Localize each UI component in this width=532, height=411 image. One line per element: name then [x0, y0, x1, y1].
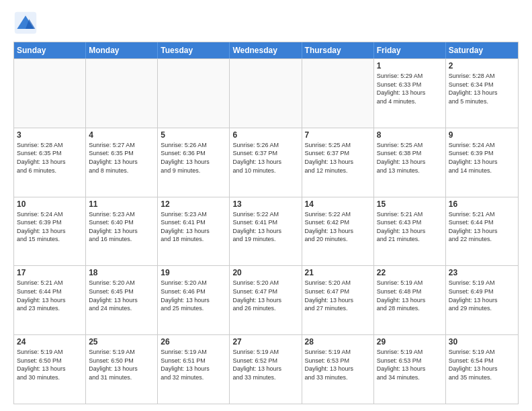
calendar-body: 1Sunrise: 5:29 AM Sunset: 6:33 PM Daylig… — [14, 58, 518, 404]
calendar-cell: 12Sunrise: 5:23 AM Sunset: 6:41 PM Dayli… — [158, 197, 230, 266]
day-info: Sunrise: 5:20 AM Sunset: 6:47 PM Dayligh… — [305, 279, 371, 312]
calendar-header-cell: Tuesday — [158, 42, 230, 58]
calendar-row: 24Sunrise: 5:19 AM Sunset: 6:50 PM Dayli… — [14, 334, 518, 404]
day-number: 5 — [161, 130, 226, 140]
day-info: Sunrise: 5:23 AM Sunset: 6:40 PM Dayligh… — [89, 210, 154, 244]
calendar-cell: 17Sunrise: 5:21 AM Sunset: 6:44 PM Dayli… — [14, 266, 86, 334]
calendar-row: 1Sunrise: 5:29 AM Sunset: 6:33 PM Daylig… — [14, 58, 518, 128]
day-number: 28 — [305, 337, 371, 347]
calendar-cell — [14, 59, 86, 128]
header — [13, 11, 519, 35]
calendar-cell: 6Sunrise: 5:26 AM Sunset: 6:37 PM Daylig… — [230, 128, 302, 197]
day-number: 7 — [305, 130, 371, 140]
calendar-cell: 5Sunrise: 5:26 AM Sunset: 6:36 PM Daylig… — [158, 128, 230, 197]
calendar-cell: 2Sunrise: 5:28 AM Sunset: 6:34 PM Daylig… — [446, 59, 518, 128]
day-number: 19 — [161, 268, 226, 277]
calendar-cell: 23Sunrise: 5:19 AM Sunset: 6:49 PM Dayli… — [446, 266, 518, 334]
day-number: 13 — [232, 199, 298, 209]
day-info: Sunrise: 5:22 AM Sunset: 6:42 PM Dayligh… — [305, 210, 371, 244]
calendar-cell — [230, 59, 302, 128]
day-info: Sunrise: 5:28 AM Sunset: 6:34 PM Dayligh… — [449, 72, 515, 105]
day-info: Sunrise: 5:24 AM Sunset: 6:39 PM Dayligh… — [17, 210, 83, 244]
calendar-cell: 11Sunrise: 5:23 AM Sunset: 6:40 PM Dayli… — [86, 197, 158, 266]
day-number: 15 — [377, 199, 443, 209]
day-info: Sunrise: 5:26 AM Sunset: 6:37 PM Dayligh… — [232, 141, 298, 175]
calendar-cell: 19Sunrise: 5:20 AM Sunset: 6:46 PM Dayli… — [158, 266, 230, 334]
day-number: 25 — [89, 337, 154, 347]
calendar-row: 10Sunrise: 5:24 AM Sunset: 6:39 PM Dayli… — [14, 197, 518, 266]
day-number: 14 — [305, 199, 371, 209]
calendar-cell: 7Sunrise: 5:25 AM Sunset: 6:37 PM Daylig… — [302, 128, 374, 197]
calendar-cell: 8Sunrise: 5:25 AM Sunset: 6:38 PM Daylig… — [374, 128, 446, 197]
day-number: 6 — [232, 130, 298, 140]
calendar-cell — [86, 59, 158, 128]
day-number: 24 — [17, 337, 83, 347]
day-info: Sunrise: 5:20 AM Sunset: 6:46 PM Dayligh… — [161, 279, 226, 312]
calendar-cell: 10Sunrise: 5:24 AM Sunset: 6:39 PM Dayli… — [14, 197, 86, 266]
day-number: 29 — [377, 337, 443, 347]
calendar-cell: 25Sunrise: 5:19 AM Sunset: 6:50 PM Dayli… — [86, 335, 158, 404]
day-number: 2 — [449, 61, 515, 71]
day-info: Sunrise: 5:22 AM Sunset: 6:41 PM Dayligh… — [232, 210, 298, 244]
calendar-cell: 15Sunrise: 5:21 AM Sunset: 6:43 PM Dayli… — [374, 197, 446, 266]
day-info: Sunrise: 5:19 AM Sunset: 6:54 PM Dayligh… — [449, 348, 515, 381]
calendar-cell: 27Sunrise: 5:19 AM Sunset: 6:52 PM Dayli… — [230, 335, 302, 404]
day-number: 4 — [89, 130, 154, 140]
day-number: 1 — [377, 61, 443, 71]
calendar-row: 3Sunrise: 5:28 AM Sunset: 6:35 PM Daylig… — [14, 128, 518, 197]
day-info: Sunrise: 5:19 AM Sunset: 6:50 PM Dayligh… — [17, 348, 83, 381]
day-number: 21 — [305, 268, 371, 277]
calendar-cell: 24Sunrise: 5:19 AM Sunset: 6:50 PM Dayli… — [14, 335, 86, 404]
day-info: Sunrise: 5:29 AM Sunset: 6:33 PM Dayligh… — [377, 72, 443, 105]
day-info: Sunrise: 5:21 AM Sunset: 6:43 PM Dayligh… — [377, 210, 443, 244]
day-info: Sunrise: 5:19 AM Sunset: 6:48 PM Dayligh… — [377, 279, 443, 312]
calendar-header: SundayMondayTuesdayWednesdayThursdayFrid… — [14, 42, 518, 58]
calendar-header-cell: Monday — [86, 42, 158, 58]
day-info: Sunrise: 5:26 AM Sunset: 6:36 PM Dayligh… — [161, 141, 226, 175]
day-number: 23 — [449, 268, 515, 277]
calendar-cell: 13Sunrise: 5:22 AM Sunset: 6:41 PM Dayli… — [230, 197, 302, 266]
day-number: 17 — [17, 268, 83, 277]
calendar-header-cell: Sunday — [14, 42, 86, 58]
calendar-row: 17Sunrise: 5:21 AM Sunset: 6:44 PM Dayli… — [14, 265, 518, 334]
calendar-cell: 1Sunrise: 5:29 AM Sunset: 6:33 PM Daylig… — [374, 59, 446, 128]
day-info: Sunrise: 5:19 AM Sunset: 6:49 PM Dayligh… — [449, 279, 515, 312]
day-number: 3 — [17, 130, 83, 140]
calendar-cell: 16Sunrise: 5:21 AM Sunset: 6:44 PM Dayli… — [446, 197, 518, 266]
day-number: 18 — [89, 268, 154, 277]
day-info: Sunrise: 5:21 AM Sunset: 6:44 PM Dayligh… — [17, 279, 83, 312]
day-info: Sunrise: 5:19 AM Sunset: 6:53 PM Dayligh… — [305, 348, 371, 381]
day-info: Sunrise: 5:23 AM Sunset: 6:41 PM Dayligh… — [161, 210, 226, 244]
calendar: SundayMondayTuesdayWednesdayThursdayFrid… — [13, 42, 519, 404]
day-info: Sunrise: 5:28 AM Sunset: 6:35 PM Dayligh… — [17, 141, 83, 175]
calendar-cell: 21Sunrise: 5:20 AM Sunset: 6:47 PM Dayli… — [302, 266, 374, 334]
calendar-cell: 9Sunrise: 5:24 AM Sunset: 6:39 PM Daylig… — [446, 128, 518, 197]
day-info: Sunrise: 5:19 AM Sunset: 6:51 PM Dayligh… — [161, 348, 226, 381]
day-number: 30 — [449, 337, 515, 347]
day-info: Sunrise: 5:20 AM Sunset: 6:47 PM Dayligh… — [232, 279, 298, 312]
logo — [13, 11, 42, 35]
day-info: Sunrise: 5:20 AM Sunset: 6:45 PM Dayligh… — [89, 279, 154, 312]
day-number: 27 — [232, 337, 298, 347]
page: SundayMondayTuesdayWednesdayThursdayFrid… — [0, 0, 532, 411]
calendar-cell — [158, 59, 230, 128]
day-number: 20 — [232, 268, 298, 277]
day-info: Sunrise: 5:19 AM Sunset: 6:50 PM Dayligh… — [89, 348, 154, 381]
calendar-header-cell: Saturday — [446, 42, 518, 58]
day-number: 12 — [161, 199, 226, 209]
day-info: Sunrise: 5:24 AM Sunset: 6:39 PM Dayligh… — [449, 141, 515, 175]
day-number: 16 — [449, 199, 515, 209]
day-info: Sunrise: 5:19 AM Sunset: 6:53 PM Dayligh… — [377, 348, 443, 381]
day-info: Sunrise: 5:25 AM Sunset: 6:38 PM Dayligh… — [377, 141, 443, 175]
calendar-cell: 26Sunrise: 5:19 AM Sunset: 6:51 PM Dayli… — [158, 335, 230, 404]
day-number: 26 — [161, 337, 226, 347]
day-number: 10 — [17, 199, 83, 209]
calendar-cell: 18Sunrise: 5:20 AM Sunset: 6:45 PM Dayli… — [86, 266, 158, 334]
calendar-header-cell: Friday — [374, 42, 446, 58]
calendar-cell — [302, 59, 374, 128]
calendar-cell: 4Sunrise: 5:27 AM Sunset: 6:35 PM Daylig… — [86, 128, 158, 197]
calendar-cell: 29Sunrise: 5:19 AM Sunset: 6:53 PM Dayli… — [374, 335, 446, 404]
calendar-cell: 30Sunrise: 5:19 AM Sunset: 6:54 PM Dayli… — [446, 335, 518, 404]
calendar-cell: 20Sunrise: 5:20 AM Sunset: 6:47 PM Dayli… — [230, 266, 302, 334]
calendar-cell: 3Sunrise: 5:28 AM Sunset: 6:35 PM Daylig… — [14, 128, 86, 197]
